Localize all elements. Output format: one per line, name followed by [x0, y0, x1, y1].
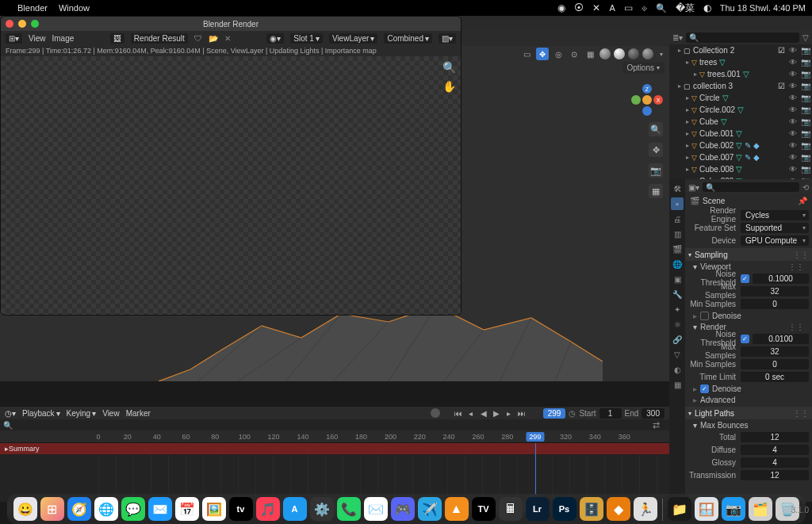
- render-tab-icon[interactable]: ▫: [671, 197, 684, 210]
- zoom-icon[interactable]: 🔍: [442, 61, 456, 74]
- advanced-row[interactable]: ▸Advanced: [685, 394, 812, 405]
- outliner-row[interactable]: ▸ ▽ Cube.001 ▽ 👁📷: [669, 128, 812, 140]
- feature-set-select[interactable]: Supported▾: [741, 223, 809, 233]
- status-icon[interactable]: ◉: [557, 2, 565, 13]
- close-icon[interactable]: [6, 20, 13, 28]
- search-icon[interactable]: 🔍: [3, 421, 13, 430]
- folder-icon[interactable]: 📂: [209, 34, 218, 43]
- outliner-row[interactable]: ▸ ▽ Cube.008 ▽ 👁📷: [669, 163, 812, 175]
- noise-value[interactable]: 0.1000: [753, 273, 809, 284]
- z-axis-icon[interactable]: Z: [642, 84, 652, 94]
- outliner-row[interactable]: ▸ ▢ Collection 2 ☑ 👁📷: [669, 44, 812, 56]
- noise-checkbox[interactable]: ✓: [741, 274, 749, 283]
- outliner-row[interactable]: ▸ ▽ Circle.002 ▽ 👁📷: [669, 104, 812, 116]
- control-center-icon[interactable]: �菜: [676, 2, 695, 15]
- x-axis-icon[interactable]: X: [653, 95, 663, 105]
- close-icon[interactable]: ✕: [224, 34, 231, 43]
- output-tab-icon[interactable]: 🖨: [671, 212, 684, 225]
- camera-icon[interactable]: 📷: [649, 163, 663, 178]
- scene-tab-icon[interactable]: 🎬: [671, 243, 684, 255]
- status-icon[interactable]: ▭: [624, 2, 633, 13]
- display-mode[interactable]: ▧▾: [439, 33, 456, 44]
- slot-selector[interactable]: Slot 1 ▾: [290, 33, 323, 44]
- display-channels[interactable]: ◉▾: [266, 33, 284, 44]
- viewlayer-tab-icon[interactable]: ▥: [671, 228, 684, 240]
- tool-tab-icon[interactable]: 🛠: [671, 182, 684, 195]
- outliner-row[interactable]: ▸ ▽ Cube ▽ 👁📷: [669, 116, 812, 128]
- wifi-icon[interactable]: ⟐: [642, 2, 647, 13]
- outliner-row[interactable]: ▸ ▽ Cube.002 ▽ ✎◆ 👁📷: [669, 140, 812, 151]
- overlay-icon[interactable]: ◎: [552, 48, 565, 60]
- siri-icon[interactable]: ◐: [703, 2, 711, 13]
- outliner-row[interactable]: ▸ ▽ trees.001 ▽ 👁📷: [669, 68, 812, 80]
- render-engine-select[interactable]: Cycles▾: [741, 210, 809, 220]
- maxbounces-subpanel[interactable]: ▾Max Bounces: [685, 419, 812, 430]
- gizmo-icon[interactable]: ✥: [536, 48, 549, 60]
- status-icon[interactable]: ⦿: [574, 2, 584, 13]
- shading-wireframe-icon[interactable]: [599, 48, 611, 59]
- modifier-tab-icon[interactable]: 🔧: [671, 288, 684, 300]
- glossy-value[interactable]: 4: [741, 457, 809, 468]
- select-icon[interactable]: ▭: [520, 48, 533, 60]
- object-tab-icon[interactable]: ▣: [671, 273, 684, 285]
- editor-type-icon[interactable]: ◷▾: [5, 409, 16, 418]
- xray-icon[interactable]: ▦: [584, 48, 596, 60]
- menu-image[interactable]: Image: [52, 34, 75, 43]
- transmission-value[interactable]: 12: [741, 470, 809, 480]
- zoom-icon[interactable]: 🔍: [649, 122, 663, 136]
- menu-window[interactable]: Window: [59, 3, 90, 13]
- clock[interactable]: Thu 18 Shwl. 4:40 PM: [720, 3, 806, 13]
- outliner-row[interactable]: ▸ ▽ Circle ▽ 👁📷: [669, 92, 812, 104]
- sampling-panel[interactable]: ▾Sampling⋮⋮: [685, 248, 812, 261]
- shield-icon[interactable]: 🛡: [194, 34, 202, 43]
- viewlayer-selector[interactable]: ViewLayer ▾: [329, 33, 378, 44]
- noise-value[interactable]: 0.0100: [753, 334, 809, 344]
- total-value[interactable]: 12: [741, 432, 809, 442]
- maxsamples-value[interactable]: 32: [741, 346, 809, 357]
- data-tab-icon[interactable]: ▽: [671, 348, 684, 361]
- lightpaths-panel[interactable]: ▾Light Paths⋮⋮: [685, 407, 812, 419]
- overlay-icon[interactable]: ⊙: [568, 48, 580, 60]
- pass-selector[interactable]: Combined ▾: [384, 33, 432, 44]
- zoom-icon[interactable]: [31, 20, 39, 28]
- shading-solid-icon[interactable]: [614, 48, 625, 59]
- pin-icon[interactable]: ⟲: [802, 183, 809, 192]
- menu-view[interactable]: View: [29, 34, 46, 43]
- physics-tab-icon[interactable]: ⚛: [671, 318, 684, 331]
- shading-rendered-icon[interactable]: [642, 48, 653, 59]
- render-viewport[interactable]: 🔍 ✋: [1, 56, 461, 315]
- outliner-row[interactable]: ▸ ▢ collection 3 ☑ 👁📷: [669, 80, 812, 92]
- particle-tab-icon[interactable]: ✦: [671, 303, 684, 316]
- timeline-ruler[interactable]: 0204060801001201401601802002202402602802…: [0, 430, 669, 443]
- timelimit-value[interactable]: 0 sec: [741, 372, 809, 382]
- outliner-row[interactable]: ▸ ▽ Cube.007 ▽ ✎◆ 👁📷: [669, 151, 812, 163]
- editor-type-dropdown[interactable]: ⊞▾: [6, 33, 22, 44]
- center-icon[interactable]: [642, 95, 652, 105]
- render-result-selector[interactable]: Render Result: [131, 33, 188, 44]
- search-icon[interactable]: 🔍: [656, 3, 667, 13]
- app-name[interactable]: Blender: [17, 3, 48, 13]
- filter-icon[interactable]: ▽: [802, 33, 809, 42]
- render-titlebar[interactable]: Blender Render: [1, 17, 461, 31]
- world-tab-icon[interactable]: 🌐: [671, 258, 684, 270]
- menu-keying[interactable]: Keying ▾: [67, 409, 97, 418]
- editor-type-icon[interactable]: ≣▾: [672, 33, 683, 42]
- constraint-tab-icon[interactable]: 🔗: [671, 333, 684, 346]
- shading-material-icon[interactable]: [628, 48, 639, 59]
- minsamples-value[interactable]: 0: [741, 359, 809, 369]
- playhead[interactable]: [535, 443, 536, 502]
- cancel-icon[interactable]: ✕: [542, 504, 548, 513]
- texture-tab-icon[interactable]: ▦: [671, 378, 684, 391]
- options-dropdown[interactable]: Options▾: [622, 62, 665, 74]
- material-tab-icon[interactable]: ◐: [671, 363, 684, 376]
- y-axis-icon[interactable]: [631, 95, 641, 105]
- diffuse-value[interactable]: 4: [741, 445, 809, 455]
- axis-gizmo[interactable]: Z X: [631, 84, 663, 116]
- z-neg-icon[interactable]: [642, 106, 652, 116]
- maxsamples-value[interactable]: 32: [741, 286, 809, 296]
- denoise-row[interactable]: ▸Denoise: [685, 310, 812, 321]
- denoise-row[interactable]: ▸✓Denoise: [685, 383, 812, 394]
- outliner-search[interactable]: 🔍: [686, 33, 799, 43]
- dropdown-icon[interactable]: ▾: [657, 49, 666, 59]
- minsamples-value[interactable]: 0: [741, 299, 809, 309]
